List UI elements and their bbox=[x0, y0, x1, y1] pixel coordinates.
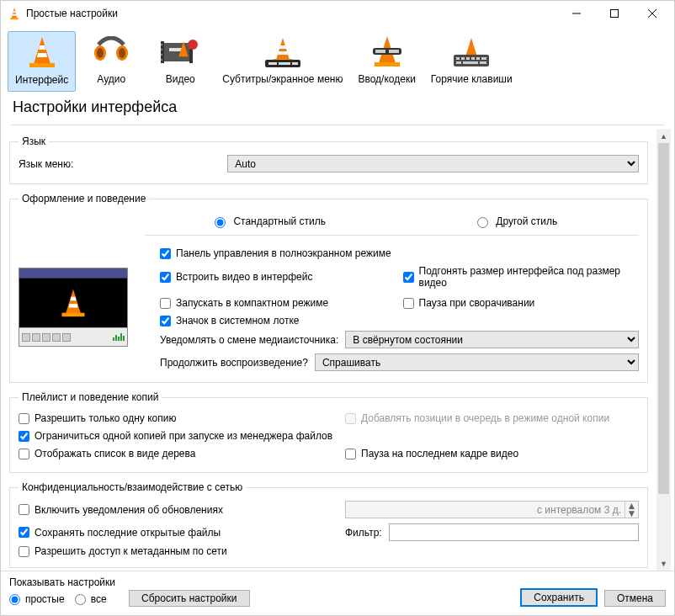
svg-point-8 bbox=[97, 48, 104, 58]
svg-rect-23 bbox=[292, 62, 298, 65]
one-instance-checkbox[interactable] bbox=[19, 413, 29, 424]
show-settings-label: Показывать настройки bbox=[9, 576, 115, 592]
footer-bar: Показывать настройки простые все Сбросит… bbox=[1, 571, 674, 615]
svg-rect-36 bbox=[456, 61, 461, 64]
minimize-button[interactable] bbox=[557, 2, 595, 25]
svg-rect-31 bbox=[461, 57, 465, 60]
privacy-group: Конфиденциальность/взаимодействие с сеть… bbox=[9, 481, 648, 568]
simple-settings-radio[interactable] bbox=[9, 594, 20, 605]
svg-rect-34 bbox=[476, 57, 480, 60]
svg-rect-22 bbox=[279, 62, 290, 65]
all-settings-radio[interactable] bbox=[75, 594, 86, 605]
filter-input[interactable] bbox=[389, 523, 639, 541]
skin-preview bbox=[19, 268, 128, 347]
page-title: Настройки интерфейса bbox=[1, 93, 674, 125]
tab-interface[interactable]: Интерфейс bbox=[8, 31, 76, 92]
svg-rect-29 bbox=[454, 55, 489, 66]
svg-rect-37 bbox=[463, 61, 478, 64]
enqueue-checkbox bbox=[345, 413, 356, 424]
svg-rect-0 bbox=[10, 18, 19, 19]
resize-to-video-checkbox[interactable] bbox=[403, 272, 414, 283]
svg-rect-35 bbox=[481, 57, 486, 60]
svg-point-18 bbox=[188, 40, 198, 50]
style-standard-radio[interactable] bbox=[215, 217, 226, 228]
svg-rect-32 bbox=[466, 57, 470, 60]
vertical-scrollbar[interactable]: ▲ ▼ bbox=[656, 129, 671, 571]
privacy-legend: Конфиденциальность/взаимодействие с сеть… bbox=[19, 481, 246, 493]
tree-playlist-checkbox[interactable] bbox=[19, 449, 29, 459]
menu-language-select[interactable]: Auto bbox=[227, 155, 639, 173]
playlist-group: Плейлист и поведение копий Разрешить тол… bbox=[9, 391, 648, 473]
tab-video[interactable]: Видео bbox=[146, 31, 214, 92]
language-legend: Язык bbox=[19, 135, 49, 147]
tab-input-codecs[interactable]: Ввод/кодеки bbox=[351, 31, 422, 92]
maximize-button[interactable] bbox=[595, 2, 633, 25]
pause-minimize-checkbox[interactable] bbox=[403, 298, 414, 309]
svg-point-9 bbox=[119, 48, 125, 58]
svg-rect-27 bbox=[389, 50, 399, 53]
category-tabbar: Интерфейс Аудио Видео Субтитры/экранное … bbox=[1, 26, 674, 93]
systray-checkbox[interactable] bbox=[160, 316, 171, 327]
playlist-legend: Плейлист и поведение копий bbox=[19, 391, 162, 403]
divider bbox=[11, 125, 664, 125]
continue-select[interactable]: Спрашивать bbox=[315, 353, 639, 371]
window-title: Простые настройки bbox=[26, 8, 557, 19]
style-standard-label: Стандартный стиль bbox=[233, 215, 326, 227]
svg-rect-26 bbox=[375, 50, 385, 53]
input-icon bbox=[358, 35, 415, 70]
look-legend: Оформление и поведение bbox=[19, 193, 149, 204]
tab-audio[interactable]: Аудио bbox=[77, 31, 145, 92]
svg-rect-33 bbox=[471, 57, 475, 60]
style-other-label: Другой стиль bbox=[496, 215, 557, 227]
settings-scroll-area: Язык Язык меню: Auto Оформление и поведе… bbox=[1, 129, 656, 571]
titlebar: Простые настройки bbox=[1, 1, 674, 26]
language-group: Язык Язык меню: Auto bbox=[9, 135, 648, 184]
close-button[interactable] bbox=[633, 2, 671, 25]
svg-rect-21 bbox=[268, 62, 277, 65]
video-icon bbox=[153, 35, 207, 70]
fullscreen-controls-checkbox[interactable] bbox=[160, 248, 171, 259]
interface-icon bbox=[15, 35, 68, 71]
notify-select[interactable]: В свёрнутом состоянии bbox=[345, 331, 639, 348]
tab-hotkeys[interactable]: Горячие клавиши bbox=[424, 31, 519, 92]
app-cone-icon bbox=[8, 7, 21, 20]
svg-rect-5 bbox=[29, 63, 55, 67]
menu-language-label: Язык меню: bbox=[19, 158, 221, 170]
metadata-checkbox[interactable] bbox=[19, 546, 29, 557]
continue-label: Продолжить воспроизведение? bbox=[160, 357, 308, 369]
style-other-radio[interactable] bbox=[477, 217, 488, 228]
svg-rect-24 bbox=[375, 62, 400, 66]
save-button[interactable]: Сохранить bbox=[520, 588, 598, 607]
audio-icon bbox=[84, 35, 138, 70]
cancel-button[interactable]: Отмена bbox=[604, 590, 666, 607]
notify-label: Уведомлять о смене медиаисточника: bbox=[160, 334, 338, 346]
svg-rect-38 bbox=[480, 61, 486, 64]
update-interval-spinner[interactable]: с интервалом 3 д.▲▼ bbox=[345, 501, 639, 518]
filter-label: Фильтр: bbox=[345, 527, 382, 539]
svg-rect-30 bbox=[456, 57, 460, 60]
pause-last-frame-checkbox[interactable] bbox=[345, 449, 356, 459]
scroll-thumb[interactable] bbox=[658, 143, 669, 494]
svg-rect-2 bbox=[610, 10, 618, 18]
save-recent-checkbox[interactable] bbox=[19, 527, 29, 538]
reset-button[interactable]: Сбросить настройки bbox=[129, 590, 249, 607]
scroll-down-icon[interactable]: ▼ bbox=[656, 556, 671, 571]
start-minimal-checkbox[interactable] bbox=[160, 298, 171, 309]
subtitles-icon bbox=[222, 35, 343, 70]
look-behavior-group: Оформление и поведение Стандартный стиль… bbox=[9, 193, 648, 383]
scroll-up-icon[interactable]: ▲ bbox=[656, 129, 671, 143]
embed-video-checkbox[interactable] bbox=[160, 272, 171, 283]
svg-rect-39 bbox=[62, 313, 85, 317]
tab-subtitles[interactable]: Субтитры/экранное меню bbox=[215, 31, 349, 92]
hotkeys-icon bbox=[431, 35, 513, 70]
updates-checkbox[interactable] bbox=[19, 504, 29, 515]
one-from-fm-checkbox[interactable] bbox=[19, 431, 29, 442]
